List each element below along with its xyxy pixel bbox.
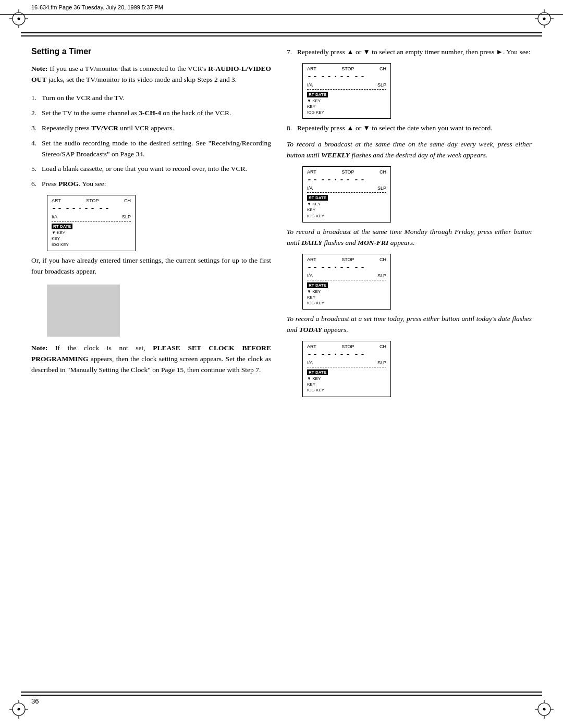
vcr-label-art: ART [307, 169, 316, 175]
vcr-label-art: ART [307, 66, 316, 71]
top-rule-1 [21, 32, 542, 33]
vcr-bottom-row: I/A SLP [307, 273, 386, 278]
vcr-label-art: ART [52, 198, 61, 203]
vcr-dashes-2: -- [354, 72, 366, 81]
list-item: 4. Set the audio recording mode to the d… [31, 138, 271, 160]
vcr-label-art: ART [307, 257, 316, 262]
bottom-rule-2 [21, 692, 542, 693]
vcr-rt-date-label: RT DATE [307, 194, 386, 201]
page-header: 16-634.fm Page 36 Tuesday, July 20, 1999… [0, 0, 563, 15]
vcr-display-3: ART STOP CH -- --·-- -- I/A SLP RT DATE [302, 166, 391, 223]
vcr-key3: IOG KEY [307, 300, 386, 306]
svg-point-17 [18, 708, 20, 710]
vcr-rt-date-box: RT DATE [307, 92, 328, 97]
list-item: 6. Press PROG. You see: [31, 179, 271, 190]
right-step-list-8: 8. Repeatedly press ▲ or ▼ to select the… [287, 123, 532, 134]
vcr-key1: ▼ KEY [307, 201, 386, 207]
vcr-separator-dot: --·-- [65, 204, 96, 213]
italic-note-2: To record a broadcast at the same time M… [287, 227, 532, 249]
vcr-key-labels: ▼ KEY KEY IOG KEY [307, 376, 386, 393]
vcr-dashes-1: -- [307, 72, 319, 81]
vcr-label-stop: STOP [341, 344, 354, 349]
vcr-label-art: ART [307, 344, 316, 349]
vcr-rt-date-box: RT DATE [307, 282, 328, 288]
vcr-rt-date-label: RT DATE [52, 223, 131, 230]
vcr-separator-line [307, 280, 386, 280]
page: 16-634.fm Page 36 Tuesday, July 20, 1999… [0, 0, 563, 728]
vcr-label-ch: CH [380, 344, 386, 349]
vcr-ia-label: I/A [307, 360, 313, 365]
list-item: 5. Load a blank cassette, or one that yo… [31, 164, 271, 175]
vcr-bottom-row: I/A SLP [52, 214, 131, 219]
vcr-dashes-2: -- [99, 204, 111, 213]
vcr-rt-date-label: RT DATE [307, 282, 386, 289]
vcr-slp-label: SLP [377, 82, 386, 88]
vcr-dashes-2: -- [354, 176, 366, 184]
list-item: 3. Repeatedly press TV/VCR until VCR app… [31, 123, 271, 134]
vcr-key-labels: ▼ KEY KEY IOG KEY [307, 98, 386, 116]
vcr-bottom-row: I/A SLP [307, 186, 386, 191]
svg-point-11 [543, 18, 545, 20]
vcr-label-ch: CH [380, 169, 386, 175]
vcr-main-display: -- --·-- -- [307, 176, 386, 184]
vcr-slp-label: SLP [377, 360, 386, 365]
list-item: 2. Set the TV to the same channel as 3-C… [31, 108, 271, 119]
bottom-rule-1 [21, 695, 542, 696]
vcr-separator-line [307, 367, 386, 367]
vcr-top-labels: ART STOP CH [307, 66, 386, 71]
header-text: 16-634.fm Page 36 Tuesday, July 20, 1999… [31, 4, 163, 10]
vcr-display-5: ART STOP CH -- --·-- -- I/A SLP RT DATE [302, 341, 391, 397]
corner-mark-bl [9, 700, 28, 719]
vcr-ia-label: I/A [307, 82, 313, 88]
vcr-label-stop: STOP [341, 169, 354, 175]
left-column: Setting a Timer Note: If you use a TV/mo… [31, 42, 271, 686]
vcr-separator-line [52, 221, 131, 221]
vcr-label-stop: STOP [341, 257, 354, 262]
list-item: 1. Turn on the VCR and the TV. [31, 93, 271, 104]
vcr-key2: KEY [52, 236, 131, 241]
vcr-key-labels: ▼ KEY KEY IOG KEY [52, 230, 131, 248]
corner-mark-br [535, 700, 554, 719]
vcr-key3: IOG KEY [52, 242, 131, 248]
placeholder-image [47, 285, 120, 337]
vcr-display-4: ART STOP CH -- --·-- -- I/A SLP RT DATE [302, 254, 391, 310]
vcr-key2: KEY [307, 207, 386, 213]
vcr-label-ch: CH [380, 257, 386, 262]
vcr-display-2: ART STOP CH -- --·-- -- I/A SLP RT DATE [302, 63, 391, 119]
vcr-slp-label: SLP [377, 186, 386, 191]
vcr-top-labels: ART STOP CH [307, 169, 386, 175]
vcr-key2: KEY [307, 294, 386, 300]
vcr-top-labels: ART STOP CH [307, 257, 386, 262]
vcr-dashes-1: -- [307, 176, 319, 184]
vcr-rt-date-box: RT DATE [52, 224, 72, 229]
vcr-separator-dot: --·-- [321, 263, 352, 272]
note-paragraph: Note: If you use a TV/monitor that is co… [31, 64, 271, 85]
vcr-ia-label: I/A [307, 273, 313, 278]
vcr-slp-label: SLP [122, 214, 131, 219]
vcr-rt-date-label: RT DATE [307, 91, 386, 98]
vcr-key2: KEY [307, 381, 386, 387]
vcr-key1: ▼ KEY [307, 98, 386, 104]
right-step-list: 7. Repeatedly press ▲ or ▼ to select an … [287, 47, 532, 58]
vcr-key1: ▼ KEY [52, 230, 131, 236]
vcr-key-labels: ▼ KEY KEY IOG KEY [307, 201, 386, 219]
vcr-label-ch: CH [124, 198, 131, 203]
or-text: Or, if you have already entered timer se… [31, 255, 271, 277]
vcr-main-display: -- --·-- -- [307, 263, 386, 272]
vcr-key2: KEY [307, 104, 386, 109]
vcr-dashes-1: -- [307, 350, 319, 359]
list-item: 7. Repeatedly press ▲ or ▼ to select an … [287, 47, 532, 58]
vcr-rt-date-label: RT DATE [307, 369, 386, 376]
italic-note-3: To record a broadcast at a set time toda… [287, 314, 532, 336]
vcr-top-labels: ART STOP CH [52, 198, 131, 203]
vcr-dashes-1: -- [52, 204, 63, 213]
vcr-top-labels: ART STOP CH [307, 344, 386, 349]
vcr-rt-date-box: RT DATE [307, 195, 328, 201]
note-bottom: Note: If the clock is not set, PLEASE SE… [31, 343, 271, 376]
vcr-label-stop: STOP [86, 198, 99, 203]
vcr-bottom-row: I/A SLP [307, 82, 386, 88]
main-content: Setting a Timer Note: If you use a TV/mo… [31, 42, 532, 686]
vcr-key3: IOG KEY [307, 213, 386, 219]
vcr-key1: ▼ KEY [307, 289, 386, 294]
top-rule-2 [21, 35, 542, 36]
